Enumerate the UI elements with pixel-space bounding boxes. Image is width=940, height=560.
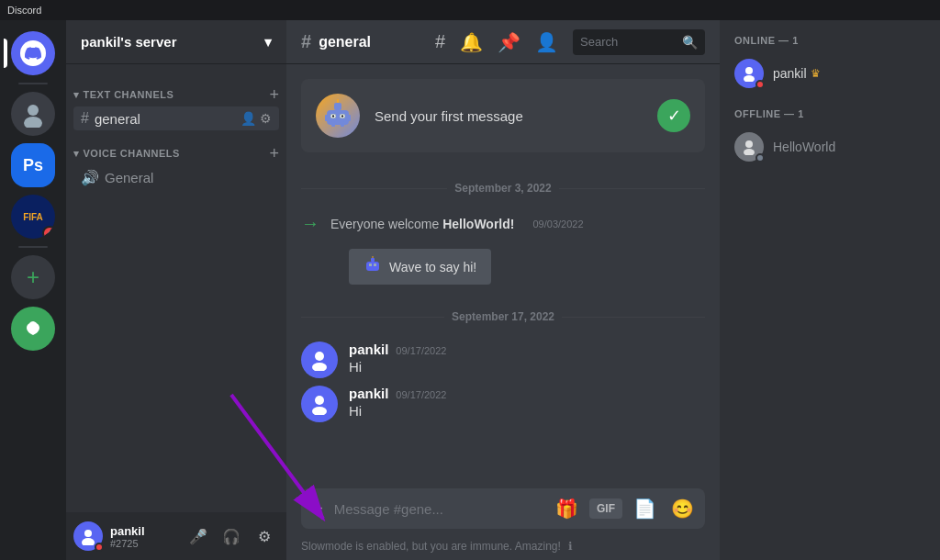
pankil-name-row: pankil ♛ bbox=[773, 66, 821, 81]
message-author-1: pankil bbox=[349, 342, 388, 357]
message-content-2: pankil 09/17/2022 Hi bbox=[349, 386, 705, 419]
svg-rect-9 bbox=[325, 115, 328, 121]
server-name: pankil's server bbox=[81, 34, 176, 50]
dropdown-icon: ▾ bbox=[264, 34, 272, 50]
user-name-tag: pankil #2725 bbox=[110, 524, 145, 549]
user-name: pankil bbox=[110, 524, 145, 538]
server-icon-user-avatar[interactable] bbox=[11, 92, 55, 136]
svg-point-28 bbox=[745, 140, 753, 148]
user-bar: pankil #2725 🎤 🎧 ⚙ bbox=[66, 512, 286, 560]
discord-logo bbox=[20, 40, 46, 66]
hash-icon: # bbox=[81, 110, 89, 127]
date-text-sept3: September 3, 2022 bbox=[454, 182, 551, 195]
pankil-status-dot bbox=[755, 80, 765, 89]
user-status-dnd bbox=[95, 543, 104, 552]
svg-point-25 bbox=[312, 407, 327, 415]
fifa-badge: 4 bbox=[42, 226, 55, 239]
message-text-1: Hi bbox=[349, 359, 705, 375]
content-wrapper: # general # 🔔 📌 👤 🔍 bbox=[286, 20, 940, 560]
main-layout: Ps FIFA 4 + pankil's server ▾ ▾ bbox=[0, 20, 940, 560]
member-avatar-pankil bbox=[734, 59, 764, 88]
system-text: Everyone welcome HelloWorld! bbox=[330, 217, 514, 231]
svg-point-16 bbox=[341, 115, 343, 117]
offline-section-title: OFFLINE — 1 bbox=[727, 108, 933, 119]
message-group-1: pankil 09/17/2022 Hi bbox=[286, 338, 720, 382]
add-voice-channel-button[interactable]: + bbox=[269, 145, 279, 162]
svg-rect-20 bbox=[371, 258, 375, 262]
welcome-text: Send your first message bbox=[375, 108, 643, 124]
server-icon-add[interactable]: + bbox=[11, 255, 55, 299]
deafen-button[interactable]: 🎧 bbox=[217, 521, 246, 551]
message-header-2: pankil 09/17/2022 bbox=[349, 386, 705, 401]
server-icon-discord-home[interactable] bbox=[11, 31, 55, 75]
channel-item-voice-general[interactable]: 🔊 General bbox=[73, 165, 279, 190]
sticker-button[interactable]: 📄 bbox=[630, 494, 660, 523]
emoji-button[interactable]: 😊 bbox=[667, 494, 698, 523]
slowmode-text: Slowmode is enabled, but you are immune.… bbox=[301, 540, 561, 553]
user-bar-actions: 🎤 🎧 ⚙ bbox=[184, 521, 279, 551]
active-indicator bbox=[4, 39, 7, 68]
channel-list: ▾ TEXT CHANNELS + # general 👤 ⚙ ▾ VOICE … bbox=[66, 64, 286, 512]
member-item-helloworld[interactable]: HelloWorld bbox=[727, 127, 933, 167]
channel-sidebar: pankil's server ▾ ▾ TEXT CHANNELS + # ge… bbox=[66, 20, 286, 560]
user-avatar bbox=[73, 521, 103, 551]
wave-button-wrapper: Wave to say hi! bbox=[286, 238, 720, 296]
channel-actions: 👤 ⚙ bbox=[241, 111, 272, 126]
add-attachment-button[interactable]: + bbox=[308, 495, 327, 523]
date-line-left-2 bbox=[301, 317, 444, 318]
pin-icon[interactable]: 📌 bbox=[498, 31, 520, 53]
user-info: pankil #2725 bbox=[73, 521, 176, 551]
members-icon[interactable]: 👤 bbox=[535, 31, 558, 53]
message-timestamp-1: 09/17/2022 bbox=[396, 345, 446, 356]
wave-button[interactable]: Wave to say hi! bbox=[349, 249, 491, 285]
channel-name: general bbox=[95, 111, 235, 127]
titlebar: Discord bbox=[0, 0, 940, 20]
welcome-robot-icon bbox=[316, 94, 360, 138]
input-area: + 🎁 GIF 📄 😊 bbox=[286, 488, 720, 536]
search-bar[interactable]: 🔍 bbox=[573, 29, 705, 55]
mute-button[interactable]: 🎤 bbox=[184, 521, 213, 551]
message-author-2: pankil bbox=[349, 386, 388, 401]
message-input[interactable] bbox=[334, 501, 544, 517]
server-header[interactable]: pankil's server ▾ bbox=[66, 20, 286, 64]
svg-point-0 bbox=[28, 105, 39, 116]
svg-rect-12 bbox=[341, 121, 344, 127]
user-settings-button[interactable]: ⚙ bbox=[250, 521, 279, 551]
gif-button[interactable]: GIF bbox=[589, 498, 622, 519]
member-name-helloworld: HelloWorld bbox=[773, 140, 835, 154]
threads-icon[interactable]: # bbox=[435, 31, 445, 52]
message-timestamp-2: 09/17/2022 bbox=[396, 389, 446, 400]
svg-point-27 bbox=[744, 75, 755, 82]
add-text-channel-button[interactable]: + bbox=[269, 86, 279, 103]
svg-point-15 bbox=[332, 115, 334, 117]
text-channels-category: ▾ TEXT CHANNELS + bbox=[66, 72, 286, 106]
members-sidebar: ONLINE — 1 pankil ♛ OFFLINE — 1 bbox=[720, 20, 940, 560]
text-channels-label[interactable]: ▾ TEXT CHANNELS bbox=[73, 89, 173, 101]
add-member-icon[interactable]: 👤 bbox=[241, 111, 256, 126]
server-icon-ps[interactable]: Ps bbox=[11, 143, 55, 187]
svg-point-1 bbox=[24, 117, 42, 128]
server-icon-fifa[interactable]: FIFA 4 bbox=[11, 195, 55, 239]
server-icon-green[interactable] bbox=[11, 307, 55, 351]
system-date: 09/03/2022 bbox=[532, 218, 583, 230]
member-item-pankil[interactable]: pankil ♛ bbox=[727, 53, 933, 94]
member-avatar-helloworld bbox=[734, 132, 764, 162]
voice-channels-label[interactable]: ▾ VOICE CHANNELS bbox=[73, 148, 180, 160]
channel-item-general[interactable]: # general 👤 ⚙ bbox=[73, 106, 279, 130]
date-divider-sept3: September 3, 2022 bbox=[301, 182, 705, 195]
system-message: → Everyone welcome HelloWorld! 09/03/202… bbox=[286, 209, 720, 238]
svg-point-24 bbox=[315, 396, 324, 405]
welcome-box: Send your first message ✓ bbox=[301, 79, 705, 152]
notification-icon[interactable]: 🔔 bbox=[460, 31, 483, 53]
messages-area[interactable]: Send your first message ✓ September 3, 2… bbox=[286, 64, 720, 488]
channel-header: # general # 🔔 📌 👤 🔍 bbox=[286, 20, 720, 64]
channel-header-name: # general bbox=[301, 31, 371, 52]
crown-icon: ♛ bbox=[811, 67, 821, 80]
search-input[interactable] bbox=[580, 35, 675, 49]
settings-icon[interactable]: ⚙ bbox=[260, 111, 272, 126]
search-icon: 🔍 bbox=[682, 35, 698, 50]
gift-button[interactable]: 🎁 bbox=[552, 494, 582, 523]
date-line-left bbox=[301, 188, 447, 189]
svg-rect-7 bbox=[334, 103, 341, 110]
slowmode-notice: Slowmode is enabled, but you are immune.… bbox=[286, 536, 720, 560]
